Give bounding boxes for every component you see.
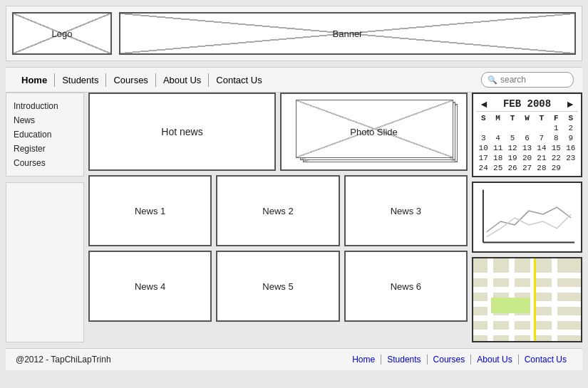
logo-label: Logo bbox=[52, 28, 73, 39]
footer-nav-contact[interactable]: Contact Us bbox=[519, 355, 572, 365]
sidebar-extra-box bbox=[6, 182, 84, 342]
cal-cell[interactable]: 13 bbox=[520, 143, 534, 153]
cal-day-f: F bbox=[549, 113, 563, 123]
banner-box: Banner bbox=[119, 12, 576, 55]
cal-cell[interactable]: 19 bbox=[505, 153, 520, 163]
news-box-4[interactable]: News 4 bbox=[88, 251, 212, 322]
navbar: Home Students Courses About Us Contact U… bbox=[6, 67, 582, 93]
sidebar-item-introduction[interactable]: Introduction bbox=[14, 99, 76, 113]
cal-day-s1: S bbox=[476, 113, 490, 123]
cal-cell[interactable]: 7 bbox=[535, 133, 549, 143]
footer-copyright: @2012 - TapChiLapTrinh bbox=[16, 355, 346, 365]
news-box-5[interactable]: News 5 bbox=[216, 251, 339, 322]
search-box: 🔍 bbox=[481, 72, 574, 88]
header: Logo Banner bbox=[6, 6, 582, 61]
cal-cell[interactable]: 21 bbox=[535, 153, 549, 163]
cal-cell[interactable]: 6 bbox=[520, 133, 534, 143]
news-box-1[interactable]: News 1 bbox=[88, 175, 212, 246]
logo-box: Logo bbox=[12, 12, 112, 55]
map-road bbox=[552, 258, 557, 341]
cal-day-t2: T bbox=[535, 113, 549, 123]
hot-news-box: Hot news bbox=[88, 93, 276, 171]
cal-cell[interactable]: 17 bbox=[476, 153, 490, 163]
calendar-header: ◄ FEB 2008 ► bbox=[476, 97, 578, 112]
sidebar-item-news[interactable]: News bbox=[14, 113, 76, 127]
sidebar-item-education[interactable]: Education bbox=[14, 127, 76, 142]
cal-cell[interactable]: 12 bbox=[505, 143, 520, 153]
cal-day-m: M bbox=[490, 113, 505, 123]
cal-cell bbox=[476, 123, 490, 133]
search-input[interactable] bbox=[500, 75, 564, 85]
news-box-2[interactable]: News 2 bbox=[216, 175, 339, 246]
cal-cell[interactable]: 24 bbox=[476, 163, 490, 173]
footer-nav-home[interactable]: Home bbox=[346, 355, 381, 365]
right-sidebar: ◄ FEB 2008 ► S M T W T F S bbox=[472, 93, 582, 342]
hot-news-label: Hot news bbox=[161, 126, 202, 137]
cal-day-w: W bbox=[520, 113, 534, 123]
sidebar-item-register[interactable]: Register bbox=[14, 142, 76, 156]
cal-cell[interactable]: 14 bbox=[535, 143, 549, 153]
footer: @2012 - TapChiLapTrinh Home Students Cou… bbox=[6, 348, 582, 370]
cal-cell bbox=[564, 163, 578, 173]
main-content: Introduction News Education Register Cou… bbox=[6, 93, 582, 342]
cal-cell[interactable]: 10 bbox=[476, 143, 490, 153]
news-box-3[interactable]: News 3 bbox=[344, 175, 468, 246]
cal-cell[interactable]: 26 bbox=[505, 163, 520, 173]
cal-cell[interactable]: 15 bbox=[549, 143, 563, 153]
center-content: Hot news Photo Slide News 1 News 2 News … bbox=[88, 93, 468, 342]
map-highlight-green bbox=[491, 298, 530, 313]
cal-cell[interactable]: 2 bbox=[564, 123, 578, 133]
cal-cell[interactable]: 18 bbox=[490, 153, 505, 163]
cal-cell[interactable]: 4 bbox=[490, 133, 505, 143]
footer-nav-students[interactable]: Students bbox=[381, 355, 427, 365]
calendar-next[interactable]: ► bbox=[565, 98, 575, 110]
banner-label: Banner bbox=[333, 28, 363, 39]
cal-cell[interactable]: 9 bbox=[564, 133, 578, 143]
search-icon: 🔍 bbox=[488, 75, 497, 85]
footer-nav-courses[interactable]: Courses bbox=[428, 355, 472, 365]
sidebar: Introduction News Education Register Cou… bbox=[6, 93, 84, 342]
chart-box bbox=[472, 182, 582, 253]
cal-cell[interactable]: 25 bbox=[490, 163, 505, 173]
cal-cell[interactable]: 27 bbox=[520, 163, 534, 173]
cal-cell bbox=[490, 123, 505, 133]
calendar-box: ◄ FEB 2008 ► S M T W T F S bbox=[472, 93, 582, 177]
cal-cell[interactable]: 11 bbox=[490, 143, 505, 153]
cal-day-s2: S bbox=[564, 113, 578, 123]
calendar-table: S M T W T F S bbox=[476, 113, 578, 173]
chart-svg bbox=[476, 186, 578, 250]
nav-item-contact[interactable]: Contact Us bbox=[209, 73, 269, 87]
cal-cell[interactable]: 22 bbox=[549, 153, 563, 163]
map-highlight-yellow bbox=[534, 258, 536, 341]
footer-nav: Home Students Courses About Us Contact U… bbox=[346, 355, 572, 365]
news-grid: News 1 News 2 News 3 News 4 News 5 News … bbox=[88, 175, 468, 322]
cal-cell[interactable]: 29 bbox=[549, 163, 563, 173]
cal-cell bbox=[520, 123, 534, 133]
cal-cell[interactable]: 28 bbox=[535, 163, 549, 173]
nav-item-students[interactable]: Students bbox=[55, 73, 106, 87]
cal-cell bbox=[535, 123, 549, 133]
map-box bbox=[472, 257, 582, 342]
nav-item-about[interactable]: About Us bbox=[156, 73, 209, 87]
cal-cell[interactable]: 3 bbox=[476, 133, 490, 143]
photo-slide-label: Photo Slide bbox=[350, 127, 398, 137]
cal-day-t1: T bbox=[505, 113, 520, 123]
nav-item-home[interactable]: Home bbox=[14, 73, 55, 87]
cal-cell bbox=[505, 123, 520, 133]
footer-nav-about[interactable]: About Us bbox=[471, 355, 518, 365]
calendar-prev[interactable]: ◄ bbox=[479, 98, 489, 110]
top-row: Hot news Photo Slide bbox=[88, 93, 468, 171]
calendar-title: FEB 2008 bbox=[503, 98, 551, 110]
nav-item-courses[interactable]: Courses bbox=[106, 73, 155, 87]
cal-cell[interactable]: 1 bbox=[549, 123, 563, 133]
sidebar-item-courses[interactable]: Courses bbox=[14, 156, 76, 170]
cal-cell[interactable]: 20 bbox=[520, 153, 534, 163]
photo-slide-box: Photo Slide bbox=[280, 93, 468, 171]
cal-cell[interactable]: 8 bbox=[549, 133, 563, 143]
news-box-6[interactable]: News 6 bbox=[344, 251, 468, 322]
cal-cell[interactable]: 23 bbox=[564, 153, 578, 163]
cal-cell[interactable]: 5 bbox=[505, 133, 520, 143]
sidebar-menu: Introduction News Education Register Cou… bbox=[6, 93, 84, 177]
cal-cell[interactable]: 16 bbox=[564, 143, 578, 153]
